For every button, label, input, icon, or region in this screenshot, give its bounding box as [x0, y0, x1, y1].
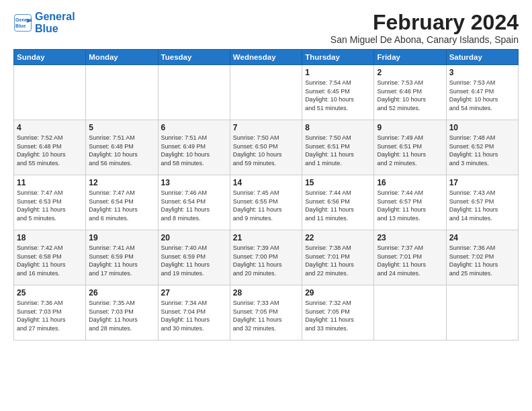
calendar-cell: 12Sunrise: 7:47 AM Sunset: 6:54 PM Dayli… [86, 175, 158, 230]
day-info: Sunrise: 7:42 AM Sunset: 6:58 PM Dayligh… [17, 244, 83, 277]
calendar-cell: 11Sunrise: 7:47 AM Sunset: 6:53 PM Dayli… [14, 175, 86, 230]
calendar-cell [230, 65, 302, 120]
day-info: Sunrise: 7:49 AM Sunset: 6:51 PM Dayligh… [377, 134, 443, 167]
calendar-cell: 10Sunrise: 7:48 AM Sunset: 6:52 PM Dayli… [446, 120, 518, 175]
calendar-cell [86, 65, 158, 120]
calendar-cell: 2Sunrise: 7:53 AM Sunset: 6:46 PM Daylig… [374, 65, 446, 120]
day-number: 7 [233, 123, 299, 132]
logo: General Blue General Blue [13, 11, 75, 36]
calendar-cell [374, 285, 446, 340]
logo-icon: General Blue [13, 13, 32, 32]
day-info: Sunrise: 7:33 AM Sunset: 7:05 PM Dayligh… [233, 299, 299, 332]
calendar-cell: 5Sunrise: 7:51 AM Sunset: 6:48 PM Daylig… [86, 120, 158, 175]
day-number: 2 [377, 68, 443, 77]
day-number: 28 [233, 288, 299, 298]
day-info: Sunrise: 7:50 AM Sunset: 6:51 PM Dayligh… [305, 134, 371, 167]
day-number: 19 [89, 233, 154, 242]
day-number: 13 [161, 178, 227, 187]
day-info: Sunrise: 7:38 AM Sunset: 7:01 PM Dayligh… [305, 244, 371, 277]
calendar-cell: 18Sunrise: 7:42 AM Sunset: 6:58 PM Dayli… [14, 230, 86, 285]
calendar-cell: 19Sunrise: 7:41 AM Sunset: 6:59 PM Dayli… [86, 230, 158, 285]
day-info: Sunrise: 7:54 AM Sunset: 6:45 PM Dayligh… [305, 79, 371, 112]
calendar-cell: 3Sunrise: 7:53 AM Sunset: 6:47 PM Daylig… [446, 65, 518, 120]
day-number: 22 [305, 233, 371, 242]
calendar-cell: 22Sunrise: 7:38 AM Sunset: 7:01 PM Dayli… [302, 230, 374, 285]
day-info: Sunrise: 7:36 AM Sunset: 7:03 PM Dayligh… [17, 299, 83, 332]
weekday-header-wednesday: Wednesday [230, 50, 302, 65]
day-number: 23 [377, 233, 443, 242]
calendar-cell: 7Sunrise: 7:50 AM Sunset: 6:50 PM Daylig… [230, 120, 302, 175]
day-info: Sunrise: 7:41 AM Sunset: 6:59 PM Dayligh… [89, 244, 154, 277]
day-info: Sunrise: 7:51 AM Sunset: 6:49 PM Dayligh… [161, 134, 227, 167]
weekday-header-monday: Monday [86, 50, 158, 65]
calendar-cell: 14Sunrise: 7:45 AM Sunset: 6:55 PM Dayli… [230, 175, 302, 230]
page: General Blue General Blue February 2024 … [0, 0, 532, 347]
calendar-table: SundayMondayTuesdayWednesdayThursdayFrid… [13, 49, 519, 340]
day-info: Sunrise: 7:34 AM Sunset: 7:04 PM Dayligh… [161, 299, 227, 332]
svg-rect-0 [15, 15, 32, 32]
day-number: 24 [449, 233, 515, 242]
calendar-week-row: 25Sunrise: 7:36 AM Sunset: 7:03 PM Dayli… [14, 285, 519, 340]
day-info: Sunrise: 7:32 AM Sunset: 7:05 PM Dayligh… [305, 299, 371, 332]
calendar-week-row: 4Sunrise: 7:52 AM Sunset: 6:48 PM Daylig… [14, 120, 519, 175]
calendar-cell: 29Sunrise: 7:32 AM Sunset: 7:05 PM Dayli… [302, 285, 374, 340]
day-number: 11 [17, 178, 83, 187]
weekday-header-sunday: Sunday [14, 50, 86, 65]
weekday-header-thursday: Thursday [302, 50, 374, 65]
day-number: 15 [305, 178, 371, 187]
calendar-cell [446, 285, 518, 340]
day-number: 17 [449, 178, 515, 187]
calendar-cell: 1Sunrise: 7:54 AM Sunset: 6:45 PM Daylig… [302, 65, 374, 120]
calendar-cell: 13Sunrise: 7:46 AM Sunset: 6:54 PM Dayli… [158, 175, 230, 230]
calendar-cell: 20Sunrise: 7:40 AM Sunset: 6:59 PM Dayli… [158, 230, 230, 285]
calendar-cell: 27Sunrise: 7:34 AM Sunset: 7:04 PM Dayli… [158, 285, 230, 340]
day-info: Sunrise: 7:47 AM Sunset: 6:53 PM Dayligh… [17, 189, 83, 222]
calendar-cell: 24Sunrise: 7:36 AM Sunset: 7:02 PM Dayli… [446, 230, 518, 285]
day-number: 27 [161, 288, 227, 298]
day-info: Sunrise: 7:47 AM Sunset: 6:54 PM Dayligh… [89, 189, 154, 222]
day-number: 20 [161, 233, 227, 242]
calendar-cell: 15Sunrise: 7:44 AM Sunset: 6:56 PM Dayli… [302, 175, 374, 230]
day-number: 1 [305, 68, 371, 77]
day-info: Sunrise: 7:52 AM Sunset: 6:48 PM Dayligh… [17, 134, 83, 167]
calendar-cell: 9Sunrise: 7:49 AM Sunset: 6:51 PM Daylig… [374, 120, 446, 175]
day-info: Sunrise: 7:50 AM Sunset: 6:50 PM Dayligh… [233, 134, 299, 167]
day-info: Sunrise: 7:39 AM Sunset: 7:00 PM Dayligh… [233, 244, 299, 277]
day-number: 26 [89, 288, 154, 298]
month-title: February 2024 [330, 11, 519, 34]
day-number: 6 [161, 123, 227, 132]
calendar-cell [14, 65, 86, 120]
calendar-week-row: 11Sunrise: 7:47 AM Sunset: 6:53 PM Dayli… [14, 175, 519, 230]
calendar-week-row: 18Sunrise: 7:42 AM Sunset: 6:58 PM Dayli… [14, 230, 519, 285]
calendar-week-row: 1Sunrise: 7:54 AM Sunset: 6:45 PM Daylig… [14, 65, 519, 120]
day-info: Sunrise: 7:36 AM Sunset: 7:02 PM Dayligh… [449, 244, 515, 277]
day-number: 14 [233, 178, 299, 187]
day-info: Sunrise: 7:37 AM Sunset: 7:01 PM Dayligh… [377, 244, 443, 277]
day-number: 25 [17, 288, 83, 298]
weekday-header-saturday: Saturday [446, 50, 518, 65]
day-info: Sunrise: 7:53 AM Sunset: 6:47 PM Dayligh… [449, 79, 515, 112]
calendar-cell: 4Sunrise: 7:52 AM Sunset: 6:48 PM Daylig… [14, 120, 86, 175]
day-number: 5 [89, 123, 154, 132]
day-info: Sunrise: 7:35 AM Sunset: 7:03 PM Dayligh… [89, 299, 154, 332]
day-number: 18 [17, 233, 83, 242]
day-info: Sunrise: 7:44 AM Sunset: 6:56 PM Dayligh… [305, 189, 371, 222]
calendar-cell: 28Sunrise: 7:33 AM Sunset: 7:05 PM Dayli… [230, 285, 302, 340]
day-number: 16 [377, 178, 443, 187]
calendar-cell: 6Sunrise: 7:51 AM Sunset: 6:49 PM Daylig… [158, 120, 230, 175]
weekday-header-tuesday: Tuesday [158, 50, 230, 65]
day-number: 3 [449, 68, 515, 77]
day-info: Sunrise: 7:46 AM Sunset: 6:54 PM Dayligh… [161, 189, 227, 222]
calendar-cell: 23Sunrise: 7:37 AM Sunset: 7:01 PM Dayli… [374, 230, 446, 285]
day-info: Sunrise: 7:51 AM Sunset: 6:48 PM Dayligh… [89, 134, 154, 167]
calendar-cell: 25Sunrise: 7:36 AM Sunset: 7:03 PM Dayli… [14, 285, 86, 340]
day-info: Sunrise: 7:40 AM Sunset: 6:59 PM Dayligh… [161, 244, 227, 277]
calendar-cell: 17Sunrise: 7:43 AM Sunset: 6:57 PM Dayli… [446, 175, 518, 230]
day-info: Sunrise: 7:44 AM Sunset: 6:57 PM Dayligh… [377, 189, 443, 222]
calendar-cell: 21Sunrise: 7:39 AM Sunset: 7:00 PM Dayli… [230, 230, 302, 285]
day-info: Sunrise: 7:43 AM Sunset: 6:57 PM Dayligh… [449, 189, 515, 222]
day-number: 29 [305, 288, 371, 298]
calendar-cell [158, 65, 230, 120]
header: General Blue General Blue February 2024 … [13, 11, 519, 45]
calendar-cell: 8Sunrise: 7:50 AM Sunset: 6:51 PM Daylig… [302, 120, 374, 175]
